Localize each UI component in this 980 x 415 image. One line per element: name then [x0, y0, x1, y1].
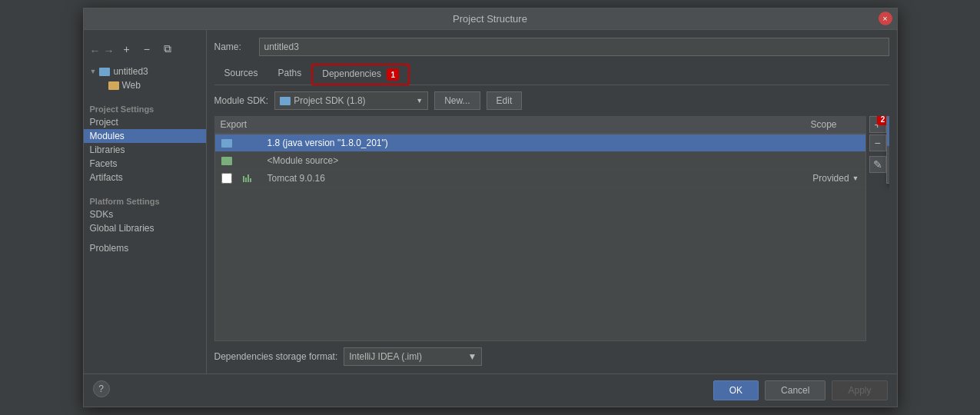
popup-item-jars[interactable]: 1 JARs or directories... 3: [887, 117, 889, 146]
sidebar-remove-button[interactable]: −: [139, 40, 154, 58]
tab-sources[interactable]: Sources: [214, 64, 268, 85]
sdk-dropdown[interactable]: Project SDK (1.8) ▼: [274, 91, 428, 110]
dialog-titlebar: Project Structure ×: [84, 8, 897, 30]
popup-item-library[interactable]: 2 Library... ▶: [887, 146, 889, 164]
deps-header-scope: Scope: [783, 119, 860, 130]
tree-arrow-icon: ▼: [90, 68, 97, 75]
platform-settings-header: Platform Settings: [84, 191, 206, 208]
help-button[interactable]: ?: [93, 380, 110, 397]
name-label: Name:: [214, 42, 253, 52]
storage-row: Dependencies storage format: IntelliJ ID…: [214, 341, 866, 366]
deps-header-name: [267, 119, 783, 130]
dep-row-jdk[interactable]: 1.8 (java version "1.8.0_201"): [215, 134, 865, 152]
storage-arrow-icon: ▼: [467, 351, 477, 362]
sidebar-item-problems[interactable]: Problems: [84, 241, 206, 255]
sidebar: ← → + − ⧉ ▼ untitled3 Web: [84, 30, 207, 374]
sidebar-item-facets[interactable]: Facets: [84, 157, 206, 171]
storage-value: IntelliJ IDEA (.iml): [349, 351, 422, 362]
project-settings-header: Project Settings: [84, 98, 206, 115]
nav-forward-button[interactable]: →: [104, 45, 115, 57]
dep-add-popup: 1 JARs or directories... 3 2: [886, 116, 889, 184]
sdk-new-button[interactable]: New...: [434, 91, 480, 110]
project-structure-dialog: Project Structure × ← → + − ⧉ ▼: [83, 8, 898, 407]
nav-buttons: ← →: [90, 45, 115, 57]
sidebar-item-libraries[interactable]: Libraries: [84, 143, 206, 157]
sdk-value: Project SDK (1.8): [294, 95, 365, 106]
name-row: Name:: [214, 38, 889, 56]
sidebar-item-label-project: Project: [90, 117, 118, 128]
sidebar-item-global-libraries[interactable]: Global Libraries: [84, 221, 206, 235]
sidebar-item-label-sdks: SDKs: [90, 209, 114, 220]
nav-back-button[interactable]: ←: [90, 45, 101, 57]
project-folder-icon: [99, 68, 110, 76]
dep-row-tomcat[interactable]: Tomcat 9.0.16 Provided ▼: [215, 170, 865, 188]
module-source-folder-icon: [221, 157, 232, 165]
main-content: Name: Sources Paths Dependencies 1 Modul…: [207, 30, 897, 374]
dep-scope-tomcat-value: Provided: [812, 173, 849, 184]
deps-table-header: Export Scope: [214, 116, 866, 134]
sdk-folder-icon: [280, 97, 291, 105]
sidebar-item-sdks[interactable]: SDKs: [84, 208, 206, 221]
tomcat-icon: [243, 174, 251, 182]
sidebar-item-label-problems: Problems: [90, 243, 129, 254]
module-sdk-row: Module SDK: Project SDK (1.8) ▼ New... E…: [214, 91, 889, 110]
storage-label: Dependencies storage format:: [214, 351, 338, 362]
dep-name-jdk: 1.8 (java version "1.8.0_201"): [267, 138, 782, 148]
sidebar-item-label-modules: Modules: [90, 131, 125, 141]
sidebar-item-label-libraries: Libraries: [90, 144, 125, 155]
deps-content: Export Scope 1.8 (java version "1: [214, 116, 866, 366]
tomcat-export-checkbox[interactable]: [221, 173, 232, 184]
right-panel: + 2 1 JARs or directories... 3: [866, 116, 889, 366]
dep-name-module-source: <Module source>: [267, 155, 782, 166]
tab-dependencies[interactable]: Dependencies 1: [311, 64, 410, 85]
tree-project-row[interactable]: ▼ untitled3: [84, 65, 206, 78]
dep-scope-tomcat: Provided ▼: [782, 173, 859, 184]
tabs-row: Sources Paths Dependencies 1: [214, 64, 889, 85]
add-btn-wrapper: + 2 1 JARs or directories... 3: [869, 116, 886, 133]
tree-project-label: untitled3: [113, 66, 148, 77]
dep-table-wrapper: Export Scope 1.8 (java version "1: [214, 116, 889, 366]
jdk-folder-icon: [221, 139, 232, 148]
popup-item-module-dep[interactable]: 3 Module Dependency...: [887, 164, 889, 183]
sdk-dropdown-arrow-icon: ▼: [416, 97, 423, 105]
sidebar-item-label-global-libraries: Global Libraries: [90, 223, 154, 234]
deps-header-export: Export: [221, 119, 267, 130]
sidebar-item-project[interactable]: Project: [84, 115, 206, 129]
dep-remove-button[interactable]: −: [869, 134, 886, 151]
cancel-button[interactable]: Cancel: [765, 380, 826, 400]
tree-web-row[interactable]: Web: [84, 78, 206, 92]
sidebar-item-label-facets: Facets: [90, 158, 118, 169]
tab-paths[interactable]: Paths: [268, 64, 312, 85]
tab-annotation-1: 1: [387, 68, 399, 81]
sidebar-copy-button[interactable]: ⧉: [159, 39, 176, 58]
ok-button[interactable]: OK: [713, 380, 759, 400]
dialog-body: ← → + − ⧉ ▼ untitled3 Web: [84, 30, 897, 374]
storage-dropdown[interactable]: IntelliJ IDEA (.iml) ▼: [344, 347, 482, 366]
sidebar-item-modules[interactable]: Modules: [84, 129, 206, 143]
sidebar-item-label-artifacts: Artifacts: [90, 172, 123, 183]
dialog-title: Project Structure: [453, 13, 527, 25]
dialog-footer: OK Cancel Apply: [84, 374, 897, 407]
web-folder-icon: [108, 81, 119, 90]
deps-table: 1.8 (java version "1.8.0_201") <Module s…: [214, 134, 866, 341]
dep-edit-button[interactable]: ✎: [869, 156, 886, 173]
module-sdk-label: Module SDK:: [214, 95, 269, 106]
name-input[interactable]: [259, 38, 889, 56]
dialog-close-button[interactable]: ×: [879, 12, 892, 25]
apply-button[interactable]: Apply: [832, 380, 887, 400]
dep-row-module-source[interactable]: <Module source>: [215, 152, 865, 170]
sidebar-item-artifacts[interactable]: Artifacts: [84, 171, 206, 184]
dep-scope-arrow-icon: ▼: [852, 174, 859, 182]
dep-name-tomcat: Tomcat 9.0.16: [267, 173, 782, 184]
sdk-edit-button[interactable]: Edit: [487, 91, 523, 110]
dialog-overlay: Project Structure × ← → + − ⧉ ▼: [0, 0, 980, 415]
sidebar-add-button[interactable]: +: [119, 40, 135, 58]
tree-web-label: Web: [122, 80, 141, 91]
